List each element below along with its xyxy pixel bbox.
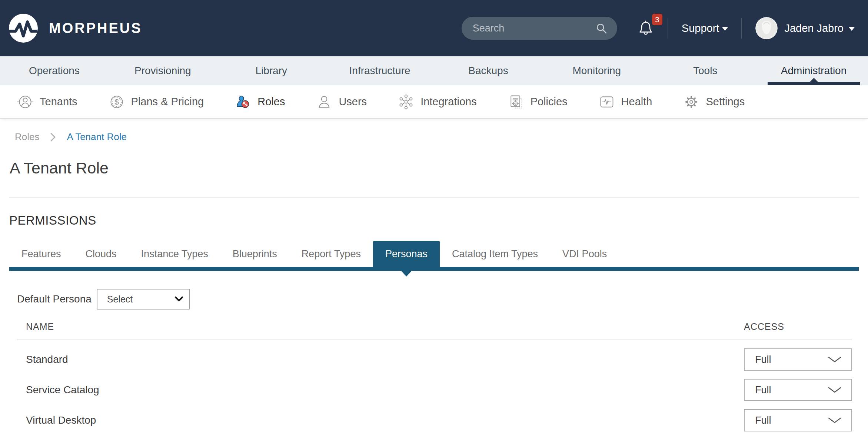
permissions-tabs: Features Clouds Instance Types Blueprint… <box>0 241 868 271</box>
tab-features[interactable]: Features <box>9 241 73 267</box>
user-name: Jaden Jabro <box>784 22 844 34</box>
table-row: Virtual Desktop Full <box>17 409 852 431</box>
subnav-label: Settings <box>706 96 745 108</box>
access-select-standard[interactable]: Full <box>744 348 852 371</box>
subnav-item-plans-pricing[interactable]: $ Plans & Pricing <box>109 94 204 110</box>
table-header: NAME ACCESS <box>17 321 852 340</box>
tab-blueprints[interactable]: Blueprints <box>220 241 289 267</box>
integrations-icon <box>398 94 414 110</box>
subnav-item-users[interactable]: Users <box>316 94 367 110</box>
roles-icon <box>235 94 251 110</box>
nav-item-backups[interactable]: Backups <box>434 56 543 85</box>
subnav-item-policies[interactable]: Policies <box>508 94 568 110</box>
search-input[interactable] <box>473 23 595 34</box>
tabs-underline-bar <box>9 267 859 271</box>
gear-icon <box>683 94 699 110</box>
subnav-label: Integrations <box>420 96 477 108</box>
topbar-divider <box>741 18 742 39</box>
column-header-access: ACCESS <box>744 321 852 332</box>
tab-personas[interactable]: Personas <box>373 241 440 267</box>
section-divider <box>9 197 859 198</box>
global-search[interactable] <box>462 17 617 40</box>
subnav-item-settings[interactable]: Settings <box>683 94 745 110</box>
support-menu[interactable]: Support <box>682 22 728 34</box>
persona-name: Virtual Desktop <box>17 414 96 426</box>
subnav-label: Roles <box>257 96 285 108</box>
main-nav: Operations Provisioning Library Infrastr… <box>0 56 868 85</box>
notification-count-badge: 3 <box>652 14 662 25</box>
morpheus-logo-icon <box>9 14 38 43</box>
notifications-button[interactable]: 3 <box>637 20 654 37</box>
chevron-down-icon <box>849 27 855 31</box>
brand[interactable]: MORPHEUS <box>9 14 142 43</box>
access-select-service-catalog[interactable]: Full <box>744 379 852 401</box>
subnav-item-integrations[interactable]: Integrations <box>398 94 477 110</box>
default-persona-value: Select <box>107 294 133 305</box>
nav-item-operations[interactable]: Operations <box>0 56 109 85</box>
subnav-label: Users <box>339 96 367 108</box>
breadcrumb: Roles A Tenant Role <box>0 119 868 143</box>
personas-table: NAME ACCESS Standard Full Service Catalo… <box>17 321 852 431</box>
subnav-label: Policies <box>531 96 568 108</box>
chevron-down-icon <box>828 356 842 363</box>
nav-item-library[interactable]: Library <box>217 56 326 85</box>
nav-item-provisioning[interactable]: Provisioning <box>109 56 217 85</box>
table-row: Service Catalog Full <box>17 379 852 401</box>
default-persona-select[interactable]: Select <box>97 289 190 309</box>
svg-text:$: $ <box>114 98 119 106</box>
nav-item-tools[interactable]: Tools <box>651 56 759 85</box>
admin-sub-nav: Tenants $ Plans & Pricing <box>0 85 868 119</box>
default-persona-row: Default Persona Select <box>17 289 868 309</box>
tab-vdi-pools[interactable]: VDI Pools <box>550 241 619 267</box>
subnav-item-tenants[interactable]: Tenants <box>17 94 77 110</box>
tab-instance-types[interactable]: Instance Types <box>129 241 220 267</box>
subnav-label: Plans & Pricing <box>131 96 204 108</box>
permissions-heading: PERMISSIONS <box>9 213 868 228</box>
support-label: Support <box>682 22 719 34</box>
brand-name: MORPHEUS <box>49 20 142 36</box>
nav-item-monitoring[interactable]: Monitoring <box>542 56 651 85</box>
policies-icon <box>508 94 524 110</box>
default-persona-label: Default Persona <box>17 293 92 305</box>
health-icon <box>599 94 615 110</box>
chevron-down-icon <box>174 296 183 302</box>
tab-report-types[interactable]: Report Types <box>289 241 373 267</box>
user-icon <box>316 94 332 110</box>
subnav-item-health[interactable]: Health <box>599 94 652 110</box>
table-row: Standard Full <box>17 348 852 371</box>
avatar <box>755 17 778 39</box>
breadcrumb-current[interactable]: A Tenant Role <box>67 131 126 143</box>
price-seal-icon: $ <box>109 94 125 110</box>
chevron-down-icon <box>722 27 728 31</box>
user-menu[interactable]: Jaden Jabro <box>755 17 855 39</box>
tenants-icon <box>17 94 33 110</box>
chevron-right-icon <box>49 132 57 143</box>
chevron-down-icon <box>828 417 842 424</box>
nav-item-administration[interactable]: Administration <box>759 56 868 85</box>
access-value: Full <box>755 415 771 426</box>
page-title: A Tenant Role <box>10 159 868 177</box>
nav-item-infrastructure[interactable]: Infrastructure <box>326 56 434 85</box>
persona-name: Service Catalog <box>17 384 99 396</box>
access-value: Full <box>755 354 771 365</box>
tab-catalog-item-types[interactable]: Catalog Item Types <box>440 241 550 267</box>
search-icon <box>595 22 608 34</box>
subnav-label: Tenants <box>40 96 77 108</box>
persona-name: Standard <box>17 354 68 365</box>
bell-icon <box>637 20 654 37</box>
topbar-divider <box>668 18 668 39</box>
tab-clouds[interactable]: Clouds <box>73 241 129 267</box>
personas-panel: Default Persona Select NAME ACCESS Stand… <box>0 289 868 431</box>
column-header-name: NAME <box>26 321 54 332</box>
breadcrumb-roles-link[interactable]: Roles <box>15 131 39 143</box>
subnav-item-roles[interactable]: Roles <box>235 94 285 110</box>
access-select-virtual-desktop[interactable]: Full <box>744 409 852 431</box>
subnav-label: Health <box>621 96 652 108</box>
top-bar: MORPHEUS 3 Support <box>0 0 868 56</box>
chevron-down-icon <box>828 387 842 393</box>
access-value: Full <box>755 384 771 396</box>
